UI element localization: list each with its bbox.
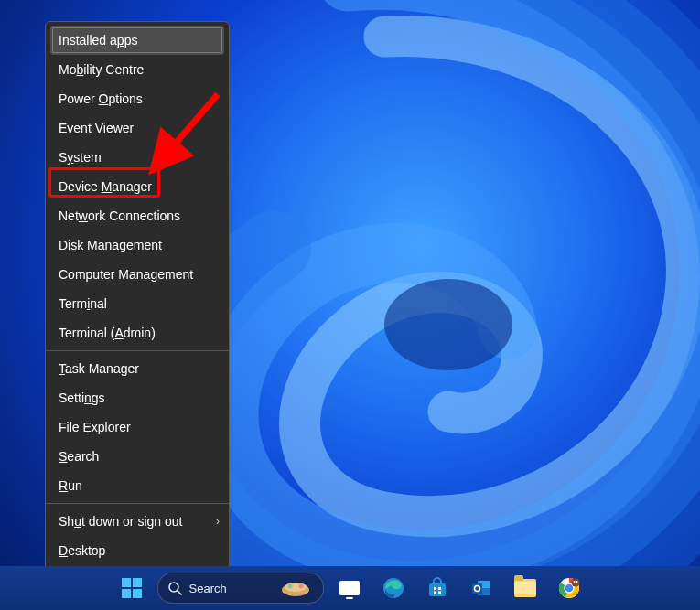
svg-line-7 (178, 591, 181, 594)
svg-point-26 (571, 579, 579, 587)
svg-point-28 (576, 581, 577, 583)
taskview-icon (339, 581, 360, 595)
svg-rect-4 (122, 589, 131, 598)
menu-item-file-explorer[interactable]: File Explorer (46, 412, 229, 442)
menu-item-mobility-centre[interactable]: Mobility Centre (46, 55, 229, 84)
menu-item-desktop[interactable]: Desktop (46, 536, 229, 565)
svg-rect-16 (434, 592, 436, 594)
store-app-icon[interactable] (419, 570, 456, 606)
chrome-app-icon[interactable] (551, 570, 587, 606)
svg-rect-2 (122, 578, 131, 587)
menu-item-installed-apps[interactable]: Installed apps (50, 26, 224, 55)
menu-item-terminal-admin[interactable]: Terminal (Admin) (46, 318, 229, 348)
svg-point-9 (285, 583, 307, 592)
submenu-chevron-right-icon: › (216, 513, 220, 530)
menu-separator (46, 503, 229, 504)
taskbar: Search (0, 566, 700, 610)
menu-item-computer-management[interactable]: Computer Management (46, 260, 229, 289)
svg-rect-15 (438, 587, 441, 590)
menu-item-run[interactable]: Run (46, 471, 229, 500)
menu-item-terminal[interactable]: Terminal (46, 289, 229, 318)
svg-rect-20 (472, 583, 482, 594)
search-icon (167, 581, 182, 595)
svg-rect-17 (438, 592, 441, 594)
bing-widget-icon (277, 577, 314, 599)
file-explorer-app-icon[interactable] (507, 570, 544, 606)
menu-item-task-manager[interactable]: Task Manager (46, 354, 229, 383)
menu-item-disk-management[interactable]: Disk Management (46, 230, 229, 260)
edge-app-icon[interactable] (375, 570, 412, 606)
svg-point-11 (298, 584, 303, 589)
taskbar-center: Search (113, 570, 587, 606)
menu-item-shut-down-or-sign-out[interactable]: Shut down or sign out› (46, 507, 229, 536)
taskbar-search-placeholder: Search (189, 582, 227, 595)
svg-rect-5 (133, 589, 142, 598)
start-button[interactable] (113, 570, 150, 606)
svg-line-1 (163, 94, 218, 158)
menu-separator (46, 350, 229, 351)
svg-point-10 (287, 584, 292, 589)
folder-icon (514, 579, 536, 597)
svg-point-0 (384, 279, 512, 370)
svg-point-27 (573, 581, 575, 583)
svg-rect-3 (133, 578, 142, 587)
menu-item-network-connections[interactable]: Network Connections (46, 201, 229, 230)
task-view-button[interactable] (331, 570, 368, 606)
desktop[interactable]: Installed appsMobility CentrePower Optio… (0, 0, 700, 610)
menu-item-search[interactable]: Search (46, 442, 229, 471)
svg-rect-14 (434, 587, 436, 590)
annotation-red-arrow (146, 87, 229, 178)
menu-item-settings[interactable]: Settings (46, 383, 229, 412)
outlook-app-icon[interactable] (463, 570, 500, 606)
svg-rect-13 (429, 583, 446, 596)
taskbar-search[interactable]: Search (157, 573, 324, 604)
